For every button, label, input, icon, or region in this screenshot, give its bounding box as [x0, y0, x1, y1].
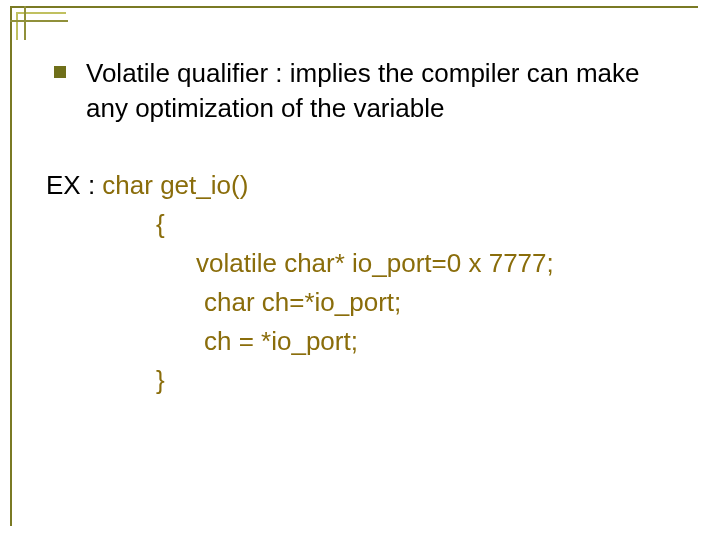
example-signature: char get_io() — [102, 170, 248, 200]
bullet-text: Volatile qualifier : implies the compile… — [86, 56, 674, 126]
example-open-brace: { — [46, 205, 674, 244]
example-line-3: ch = *io_port; — [46, 322, 674, 361]
slide: Volatile qualifier : implies the compile… — [0, 0, 720, 540]
frame-accent-h — [10, 20, 68, 22]
content: Volatile qualifier : implies the compile… — [54, 56, 674, 400]
example-prefix: EX : — [46, 170, 102, 200]
example-line-1: volatile char* io_port=0 x 7777; — [46, 244, 674, 283]
example-block: EX : char get_io() { volatile char* io_p… — [46, 166, 674, 400]
frame-accent-v — [24, 6, 26, 40]
square-bullet-icon — [54, 66, 66, 78]
example-line-2: char ch=*io_port; — [46, 283, 674, 322]
example-signature-line: EX : char get_io() — [46, 166, 674, 205]
bullet-item: Volatile qualifier : implies the compile… — [54, 56, 674, 126]
example-close-brace: } — [46, 361, 674, 400]
